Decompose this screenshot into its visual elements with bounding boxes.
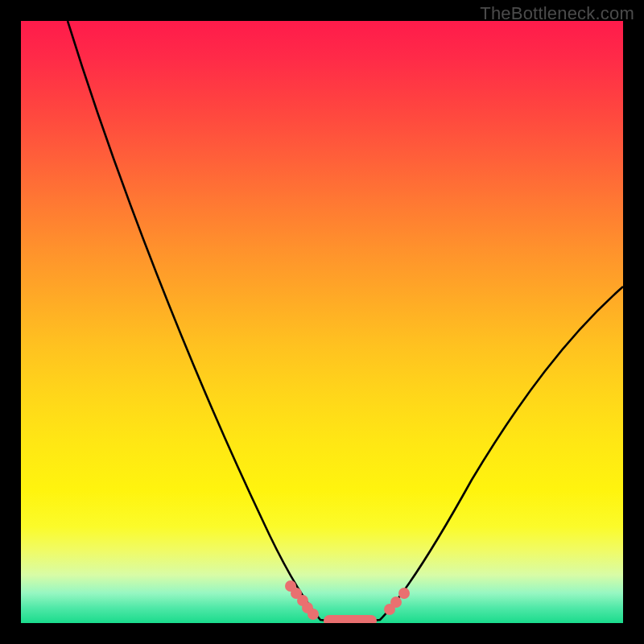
trough-highlight [324,615,377,623]
plot-area [21,21,623,623]
chart-frame: TheBottleneck.com [0,0,644,644]
curve-layer [21,21,623,623]
svg-point-4 [308,609,319,620]
bottleneck-curve [68,21,623,621]
watermark-text: TheBottleneck.com [480,3,634,24]
right-marker-cluster [384,588,410,615]
svg-point-6 [390,597,402,608]
svg-point-7 [398,588,410,599]
left-marker-cluster [285,580,319,620]
